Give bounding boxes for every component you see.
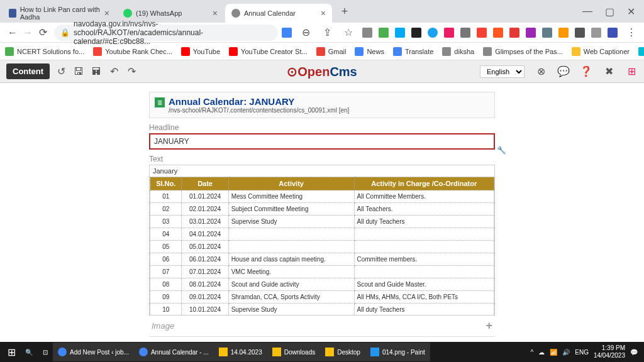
bookmark-item[interactable]: Web Captioner [572,47,630,56]
reload-button[interactable]: ⟳ [35,25,50,40]
volume-icon[interactable]: 🔊 [562,349,570,356]
ext-icon[interactable] [526,28,536,38]
start-button[interactable]: ⊞ [3,343,20,361]
table-cell: 05.01.2024 [182,241,228,253]
table-cell: Mess Committee Meeting [228,190,354,203]
close-window-icon[interactable]: ✕ [627,6,635,18]
lock-icon: 🔒 [60,28,70,37]
ext-icon[interactable] [509,28,519,38]
col-slno: Sl.No. [150,177,182,190]
comment-icon[interactable]: 💬 [557,65,570,78]
close-icon[interactable]: × [104,8,109,18]
save-icon[interactable]: 🖫 [72,65,85,78]
ext-icon[interactable] [362,28,372,38]
bookmark-item[interactable]: Translate [393,47,433,56]
add-image-button[interactable]: + [486,319,492,332]
settings-icon[interactable]: 🔧 [497,146,506,155]
bm-icon [5,47,14,56]
help-icon[interactable]: ❓ [580,65,592,78]
menu-icon[interactable]: ⋮ [624,25,639,40]
table-cell: VMC Meeting. [228,266,354,278]
document-icon: ≣ [155,97,165,107]
notifications-icon[interactable]: 💬 [630,349,638,356]
taskbar-item[interactable]: Annual Calendar - ... [134,343,214,361]
table-cell: 08.01.2024 [182,278,228,291]
back-button[interactable]: ← [5,25,20,40]
file-path: /nvs-school/RAJKOT/.content/contentsecti… [169,107,349,114]
table-cell: Supervise Study [228,216,354,228]
ext-icon[interactable] [591,28,601,38]
ext-icon[interactable] [493,28,503,38]
taskbar-item[interactable]: 14.04.2023 [214,343,267,361]
ext-icon[interactable] [379,28,389,38]
browser-tabs: How to Link Pan card with Aadha × (19) W… [0,0,644,23]
ext-icon[interactable] [395,28,405,38]
table-cell [354,228,494,241]
redo-icon[interactable]: ↷ [125,65,138,78]
url-bar: ← → ⟳ 🔒 navodaya.gov.in/nvs/nvs-school/R… [0,23,644,43]
close-icon[interactable]: × [321,8,326,18]
onedrive-icon[interactable]: ☁ [538,349,545,356]
search-button[interactable]: 🔍 [20,343,38,361]
task-view-button[interactable]: ⊡ [38,343,53,361]
ext-icon[interactable] [608,28,618,38]
bookmark-item[interactable]: Full pytest docume... [638,47,644,56]
bookmark-item[interactable]: diksha [442,47,474,56]
zoom-icon[interactable]: ⊖ [298,25,313,40]
bm-icon [483,47,492,56]
youtube-icon [229,47,238,56]
history-icon[interactable]: ↺ [55,65,67,78]
table-row: 0505.01.2024 [150,241,494,253]
star-icon[interactable]: ☆ [341,25,356,40]
ext-icon[interactable] [282,28,292,38]
close-editor-icon[interactable]: ✖ [602,65,615,78]
close-icon[interactable]: × [213,8,218,18]
maximize-icon[interactable]: ▢ [605,6,614,18]
ext-icon[interactable] [411,28,421,38]
bookmark-item[interactable]: YouTube Creator St... [229,47,308,56]
content-button[interactable]: Content [6,63,50,79]
bookmark-item[interactable]: NCERT Solutions fo... [5,47,84,56]
bookmark-item[interactable]: Glimpses of the Pas... [483,47,563,56]
undo-icon[interactable]: ↶ [108,65,120,78]
window-controls: — ▢ ✕ [582,6,641,18]
language-indicator[interactable]: ENG [575,349,589,356]
tab-whatsapp[interactable]: (19) WhatsApp × [117,4,224,23]
refresh-icon[interactable]: ⊗ [535,65,547,78]
table-cell: All HMs, AHMs, CCA I/C, Both PETs [354,291,494,304]
table-row: 0404.01.2024 [150,228,494,241]
table-row: 0303.01.2024Supervise StudyAll duty Teac… [150,216,494,228]
new-tab-button[interactable]: + [336,3,353,20]
ext-icon[interactable] [542,28,552,38]
tab-annual-calendar[interactable]: Annual Calendar × [225,4,332,23]
bookmark-item[interactable]: Youtube Rank Chec... [93,47,172,56]
text-content[interactable]: January Sl.No. Date Activity Activity in… [149,165,495,315]
wifi-icon[interactable]: 📶 [550,349,557,356]
minimize-icon[interactable]: — [582,6,592,18]
share-icon[interactable]: ⇪ [319,25,335,40]
address-input[interactable]: 🔒 navodaya.gov.in/nvs/nvs-school/RAJKOT/… [54,25,278,41]
tray-chevron-icon[interactable]: ^ [531,349,534,356]
taskbar-item[interactable]: Downloads [267,343,320,361]
bookmark-item[interactable]: Gmail [316,47,347,56]
ext-icon[interactable] [460,28,470,38]
save-exit-icon[interactable]: 🖬 [90,65,103,78]
headline-input[interactable] [149,133,495,150]
table-row: 0202.01.2024Subject Committee MeetingAll… [150,203,494,216]
bookmark-item[interactable]: YouTube [181,47,220,56]
taskbar-item[interactable]: 014.png - Paint [365,343,430,361]
text-label: Text [149,155,495,163]
bookmark-item[interactable]: News [355,47,384,56]
apps-icon[interactable]: ⊞ [625,65,638,78]
taskbar-item[interactable]: Add New Post ‹ job... [53,343,134,361]
clock[interactable]: 1:39 PM 14/04/2023 [594,344,625,359]
language-select[interactable]: English [480,65,525,78]
ext-icon[interactable] [558,28,569,38]
ext-icon[interactable] [444,28,454,38]
ext-icon[interactable] [575,28,585,38]
ext-icon[interactable] [477,28,487,38]
ext-icon[interactable] [428,28,438,38]
image-field: Image + [149,315,495,337]
tab-pan[interactable]: How to Link Pan card with Aadha × [3,4,116,23]
taskbar-item[interactable]: Desktop [320,343,365,361]
